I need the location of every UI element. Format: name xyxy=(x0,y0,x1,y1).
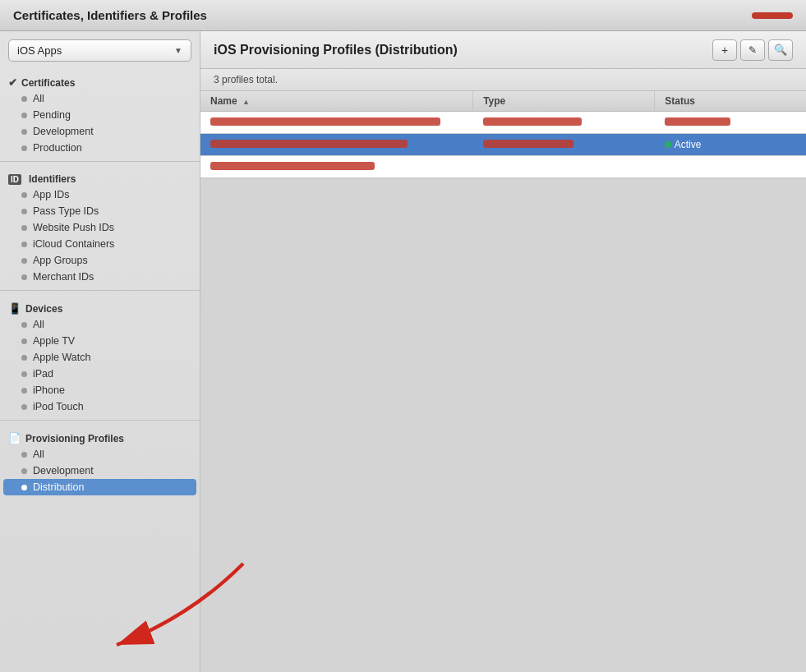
devices-section-header: 📱 Devices xyxy=(0,299,200,316)
sidebar-item-apple-watch[interactable]: Apple Watch xyxy=(0,349,200,366)
col-type[interactable]: Type xyxy=(473,91,655,112)
col-name[interactable]: Name ▲ xyxy=(200,91,473,112)
sidebar-item-app-groups[interactable]: App Groups xyxy=(0,252,200,269)
sidebar-item-website-push-ids[interactable]: Website Push IDs xyxy=(0,219,200,236)
profiles-count: 3 profiles total. xyxy=(214,74,278,85)
certificate-icon: ✔ xyxy=(8,76,17,89)
app-title: Certificates, Identifiers & Profiles xyxy=(13,8,207,22)
table-body: Active xyxy=(200,112,806,178)
ipad-label: iPad xyxy=(33,368,53,380)
platform-dropdown[interactable]: iOS Apps ▼ xyxy=(8,39,191,62)
dot-icon xyxy=(21,209,27,214)
prov-all-label: All xyxy=(33,449,44,460)
dot-icon xyxy=(21,129,27,135)
cert-pending-label: Pending xyxy=(33,109,71,121)
dot-icon xyxy=(21,145,27,151)
sidebar-item-merchant-ids[interactable]: Merchant IDs xyxy=(0,269,200,285)
add-button[interactable]: + xyxy=(712,39,737,61)
cert-all-label: All xyxy=(33,93,44,104)
app-container: iOS Apps ▼ ✔ Certificates All Pending De… xyxy=(0,31,806,672)
prov-distribution-label: Distribution xyxy=(33,481,85,493)
table-header: Name ▲ Type Status xyxy=(200,91,806,112)
edit-button[interactable]: ✎ xyxy=(740,39,765,61)
divider xyxy=(0,290,200,291)
sidebar-item-icloud-containers[interactable]: iCloud Containers xyxy=(0,236,200,252)
row3-name xyxy=(200,156,473,178)
sidebar-item-cert-development[interactable]: Development xyxy=(0,123,200,140)
dot-icon xyxy=(21,274,27,280)
sidebar-item-ipad[interactable]: iPad xyxy=(0,366,200,382)
website-push-ids-label: Website Push IDs xyxy=(33,222,114,233)
document-icon: 📄 xyxy=(8,432,21,444)
sidebar-item-pass-type-ids[interactable]: Pass Type IDs xyxy=(0,203,200,219)
sidebar-item-iphone[interactable]: iPhone xyxy=(0,382,200,398)
chevron-down-icon: ▼ xyxy=(174,46,182,55)
redacted-name xyxy=(210,117,440,126)
device-icon: 📱 xyxy=(8,302,21,315)
sidebar-item-prov-all[interactable]: All xyxy=(0,446,200,463)
platform-dropdown-label: iOS Apps xyxy=(17,44,62,57)
plus-icon: + xyxy=(721,44,728,57)
sidebar-item-cert-pending[interactable]: Pending xyxy=(0,107,200,123)
sidebar-item-cert-production[interactable]: Production xyxy=(0,140,200,156)
cert-development-label: Development xyxy=(33,126,94,137)
sidebar-section-certificates: ✔ Certificates All Pending Development P… xyxy=(0,68,200,158)
dot-icon xyxy=(21,322,27,328)
sidebar-item-devices-all[interactable]: All xyxy=(0,316,200,333)
sidebar-section-provisioning: 📄 Provisioning Profiles All Development … xyxy=(0,424,200,497)
profiles-table: Name ▲ Type Status xyxy=(200,91,806,178)
apple-tv-label: Apple TV xyxy=(33,335,75,347)
app-ids-label: App IDs xyxy=(33,189,69,200)
divider xyxy=(0,420,200,421)
cert-production-label: Production xyxy=(33,142,82,154)
status-active-container: Active xyxy=(665,139,796,150)
search-button[interactable]: 🔍 xyxy=(768,39,793,61)
sidebar-item-cert-all[interactable]: All xyxy=(0,90,200,107)
sidebar: iOS Apps ▼ ✔ Certificates All Pending De… xyxy=(0,31,200,672)
status-dot-icon xyxy=(665,141,671,148)
col-type-label: Type xyxy=(483,95,505,107)
row2-name xyxy=(200,134,473,156)
status-active-label: Active xyxy=(675,139,702,150)
certificates-label: Certificates xyxy=(21,77,75,89)
apple-watch-label: Apple Watch xyxy=(33,352,90,363)
dot-icon xyxy=(21,485,27,490)
redacted-status xyxy=(665,117,730,126)
table-row[interactable] xyxy=(200,156,806,178)
row1-type xyxy=(473,112,655,134)
identifiers-label: Identifiers xyxy=(29,173,76,185)
sidebar-item-app-ids[interactable]: App IDs xyxy=(0,186,200,203)
row1-status xyxy=(655,112,806,134)
table-row[interactable]: Active xyxy=(200,134,806,156)
pass-type-ids-label: Pass Type IDs xyxy=(33,205,99,217)
table-row[interactable] xyxy=(200,112,806,134)
col-status[interactable]: Status xyxy=(655,91,806,112)
row1-name xyxy=(200,112,473,134)
row3-type xyxy=(473,156,655,178)
sidebar-section-devices: 📱 Devices All Apple TV Apple Watch iPad xyxy=(0,294,200,417)
col-name-label: Name xyxy=(210,95,237,107)
dot-icon xyxy=(21,371,27,377)
gray-area xyxy=(200,179,806,672)
dot-icon xyxy=(21,355,27,361)
search-icon: 🔍 xyxy=(774,44,787,56)
dot-icon xyxy=(21,242,27,247)
dot-icon xyxy=(21,468,27,474)
col-status-label: Status xyxy=(665,95,695,107)
titlebar: Certificates, Identifiers & Profiles xyxy=(0,0,806,31)
sidebar-item-ipod-touch[interactable]: iPod Touch xyxy=(0,398,200,415)
merchant-ids-label: Merchant IDs xyxy=(33,271,94,283)
row3-status xyxy=(655,156,806,178)
row2-type xyxy=(473,134,655,156)
redacted-type xyxy=(483,140,573,148)
dot-icon xyxy=(21,258,27,264)
sidebar-item-prov-distribution[interactable]: Distribution xyxy=(3,479,196,495)
sidebar-item-prov-development[interactable]: Development xyxy=(0,463,200,479)
dot-icon xyxy=(21,225,27,231)
id-icon: ID xyxy=(8,174,21,185)
main-actions: + ✎ 🔍 xyxy=(712,39,793,61)
divider xyxy=(0,161,200,162)
devices-all-label: All xyxy=(33,319,44,330)
profiles-table-wrapper: Name ▲ Type Status xyxy=(200,91,806,179)
sidebar-item-apple-tv[interactable]: Apple TV xyxy=(0,333,200,349)
